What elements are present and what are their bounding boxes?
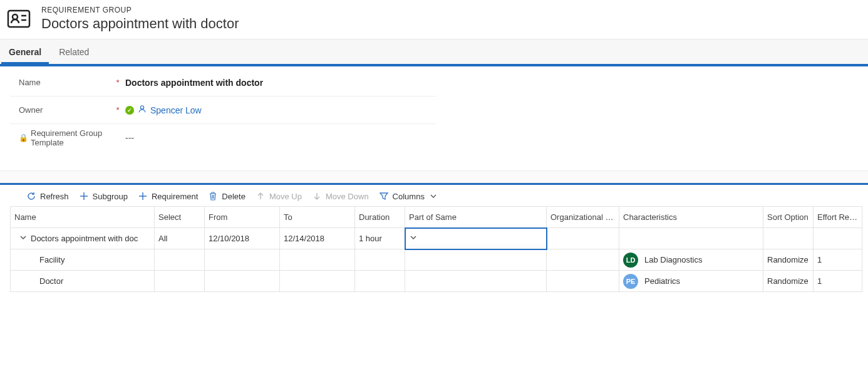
cell-name[interactable]: Doctors appointment with doc [11, 228, 155, 249]
cell-characteristics[interactable] [619, 228, 763, 249]
chevron-down-icon[interactable] [19, 234, 27, 243]
filter-icon [379, 191, 389, 201]
refresh-button[interactable]: Refresh [26, 191, 69, 201]
cell-effort[interactable]: 1 [814, 249, 862, 271]
col-select[interactable]: Select [155, 207, 205, 228]
requirement-button[interactable]: Requirement [138, 191, 198, 201]
entity-icon [5, 5, 33, 33]
col-name[interactable]: Name [11, 207, 155, 228]
refresh-icon [26, 191, 36, 201]
template-field: --- [125, 133, 436, 143]
table-row[interactable]: Facility LD Lab Diagnostics Randomize 1 [11, 249, 862, 271]
trash-icon [208, 191, 218, 201]
template-label-text: Requirement Group Template [31, 128, 110, 147]
cell-orgunit[interactable] [547, 228, 619, 249]
cell-effort[interactable] [814, 228, 862, 249]
table-header-row: Name Select From To Duration Part of Sam… [11, 207, 862, 228]
requirements-table: Name Select From To Duration Part of Sam… [10, 206, 862, 292]
cell-duration[interactable]: 1 hour [355, 228, 405, 249]
characteristic-badge: LD [623, 253, 638, 268]
tab-related[interactable]: Related [50, 39, 98, 64]
col-characteristics[interactable]: Characteristics [619, 207, 763, 228]
plus-icon [138, 191, 148, 201]
owner-field[interactable]: ✓ Spencer Low [125, 105, 436, 115]
owner-label: Owner [10, 105, 110, 115]
cell-select[interactable]: All [155, 228, 205, 249]
svg-rect-0 [8, 11, 29, 27]
table-row[interactable]: Doctors appointment with doc All 12/10/2… [11, 228, 862, 249]
entity-type-label: REQUIREMENT GROUP [41, 6, 239, 14]
owner-link[interactable]: Spencer Low [150, 105, 202, 115]
col-to[interactable]: To [280, 207, 355, 228]
tab-strip: General Related [0, 39, 868, 64]
name-label: Name [10, 78, 110, 87]
cell-characteristics[interactable]: LD Lab Diagnostics [619, 249, 763, 271]
svg-point-4 [140, 106, 143, 109]
field-row-owner: Owner * ✓ Spencer Low [10, 97, 436, 124]
partofsame-flyout: Organizational Unit Resource Tree Locati… [406, 249, 547, 249]
name-field[interactable]: Doctors appointment with doctor [125, 78, 436, 88]
col-orgunit[interactable]: Organizational Unit [547, 207, 619, 228]
col-sortoption[interactable]: Sort Option [763, 207, 814, 228]
form-general: Name * Doctors appointment with doctor O… [0, 66, 868, 170]
field-row-template: 🔒 Requirement Group Template --- [10, 124, 436, 152]
cell-name[interactable]: Doctor [11, 271, 155, 292]
cell-sortoption[interactable] [763, 228, 814, 249]
col-from[interactable]: From [205, 207, 280, 228]
required-indicator: * [110, 78, 125, 87]
col-effort[interactable]: Effort Require [814, 207, 862, 228]
grid-command-bar: Refresh Subgroup Requirement Delete Move… [10, 185, 868, 206]
lock-icon: 🔒 [19, 133, 28, 142]
section-gap [0, 170, 868, 183]
cell-partofsame-dropdown[interactable]: Organizational Unit Resource Tree Locati… [405, 228, 547, 249]
template-label: 🔒 Requirement Group Template [10, 128, 110, 147]
arrow-down-icon [312, 191, 322, 201]
plus-icon [79, 191, 89, 201]
required-indicator: * [110, 105, 125, 115]
cell-name[interactable]: Facility [11, 249, 155, 271]
characteristic-badge: PE [623, 274, 638, 289]
arrow-up-icon [256, 191, 266, 201]
page-title: Doctors appointment with doctor [41, 16, 239, 32]
cell-characteristics[interactable]: PE Pediatrics [619, 271, 763, 292]
requirements-grid-section: Refresh Subgroup Requirement Delete Move… [0, 185, 868, 292]
table-row[interactable]: Doctor PE Pediatrics Randomize 1 [11, 271, 862, 292]
columns-button[interactable]: Columns [379, 191, 438, 201]
tab-general[interactable]: General [0, 39, 50, 64]
cell-sortoption[interactable]: Randomize [763, 249, 814, 271]
col-partofsame[interactable]: Part of Same [405, 207, 547, 228]
cell-to[interactable]: 12/14/2018 [280, 228, 355, 249]
cell-from[interactable]: 12/10/2018 [205, 228, 280, 249]
move-down-button: Move Down [312, 191, 369, 201]
move-up-button: Move Up [256, 191, 302, 201]
person-icon [138, 105, 147, 115]
page-header: REQUIREMENT GROUP Doctors appointment wi… [0, 0, 868, 39]
col-duration[interactable]: Duration [355, 207, 405, 228]
chevron-down-icon [410, 234, 417, 243]
cell-sortoption[interactable]: Randomize [763, 271, 814, 292]
characteristic-text: Lab Diagnostics [644, 255, 703, 264]
cell-effort[interactable]: 1 [814, 271, 862, 292]
chevron-down-icon [428, 191, 438, 201]
delete-button[interactable]: Delete [208, 191, 245, 201]
characteristic-text: Pediatrics [644, 276, 680, 286]
field-row-name: Name * Doctors appointment with doctor [10, 69, 436, 97]
presence-icon: ✓ [125, 106, 134, 115]
subgroup-button[interactable]: Subgroup [79, 191, 128, 201]
